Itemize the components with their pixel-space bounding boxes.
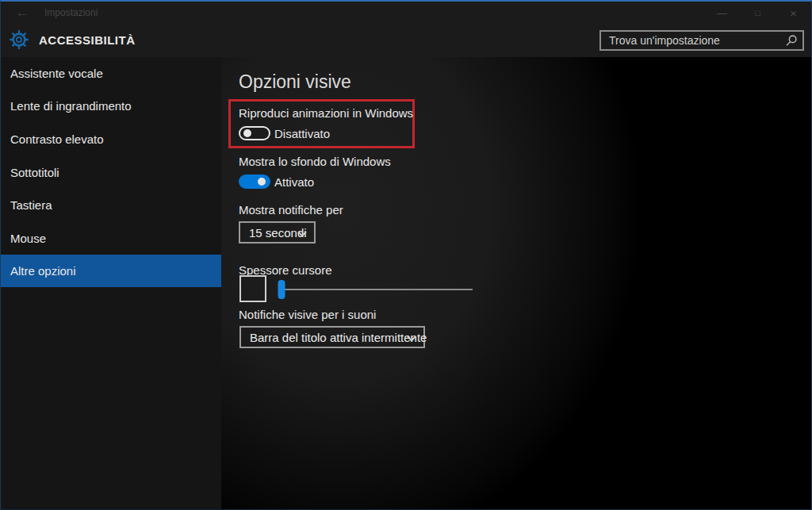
window-title: Impostazioni — [44, 7, 98, 18]
sidebar-item-label: Lente di ingrandimento — [10, 99, 132, 113]
sidebar-item-label: Altre opzioni — [10, 264, 76, 278]
sidebar-item-sottotitoli[interactable]: Sottotitoli — [1, 156, 221, 189]
back-button[interactable]: ← — [9, 2, 36, 24]
sidebar-item-altre-opzioni[interactable]: Altre opzioni — [1, 255, 221, 287]
settings-search-box — [599, 30, 804, 51]
sound-notifications-label: Notifiche visive per i suoni — [239, 308, 376, 321]
sidebar-item-contrasto-elevato[interactable]: Contrasto elevato — [1, 123, 221, 155]
show-background-label: Mostra lo sfondo di Windows — [239, 155, 391, 168]
notification-duration-dropdown[interactable]: 15 secondi — [239, 221, 316, 243]
gear-icon — [9, 29, 29, 50]
page-section-title: ACCESSIBILITÀ — [39, 33, 136, 47]
back-arrow-icon: ← — [16, 5, 29, 21]
toggle-knob — [243, 129, 251, 137]
notification-duration-label: Mostra notifiche per — [239, 203, 343, 217]
minimize-icon: — — [717, 7, 727, 19]
show-background-state: Attivato — [274, 175, 314, 189]
search-input[interactable] — [601, 32, 777, 49]
sidebar-item-mouse[interactable]: Mouse — [1, 222, 221, 255]
settings-window: ← Impostazioni — □ × — [0, 0, 812, 510]
content-pane: Opzioni visive Riproduci animazioni in W… — [221, 57, 812, 510]
sidebar-item-lente-di-ingrandimento[interactable]: Lente di ingrandimento — [1, 90, 221, 122]
slider-handle[interactable] — [278, 280, 285, 299]
sidebar: Assistente vocale Lente di ingrandimento… — [1, 57, 221, 510]
maximize-icon: □ — [755, 8, 760, 17]
sound-notifications-dropdown[interactable]: Barra del titolo attiva intermittente — [239, 326, 425, 348]
close-button[interactable]: × — [776, 2, 811, 24]
slider-rail — [278, 289, 473, 290]
cursor-thickness-slider[interactable] — [278, 280, 473, 299]
app-header: ACCESSIBILITÀ — [1, 25, 811, 57]
play-animations-state: Disattivato — [274, 127, 330, 140]
minimize-button[interactable]: — — [704, 2, 740, 24]
sidebar-item-label: Sottotitoli — [10, 166, 59, 179]
title-bar: ← Impostazioni — □ × — [1, 2, 811, 25]
sidebar-item-label: Assistente vocale — [10, 67, 103, 80]
dropdown-value: Barra del titolo attiva intermittente — [250, 331, 427, 344]
show-background-toggle[interactable] — [239, 174, 270, 189]
search-icon[interactable] — [784, 34, 798, 48]
maximize-button[interactable]: □ — [740, 2, 776, 24]
sidebar-item-label: Contrasto elevato — [10, 132, 104, 146]
page-title: Opzioni visive — [239, 71, 351, 93]
sidebar-item-assistente-vocale[interactable]: Assistente vocale — [1, 57, 221, 90]
cursor-thickness-preview — [239, 275, 266, 302]
sidebar-item-label: Tastiera — [10, 198, 52, 212]
sidebar-item-label: Mouse — [10, 232, 46, 245]
play-animations-toggle[interactable] — [239, 126, 270, 140]
close-icon: × — [790, 6, 797, 20]
sidebar-item-tastiera[interactable]: Tastiera — [1, 189, 221, 221]
play-animations-label: Riproduci animazioni in Windows — [239, 106, 413, 120]
toggle-knob — [258, 178, 266, 186]
